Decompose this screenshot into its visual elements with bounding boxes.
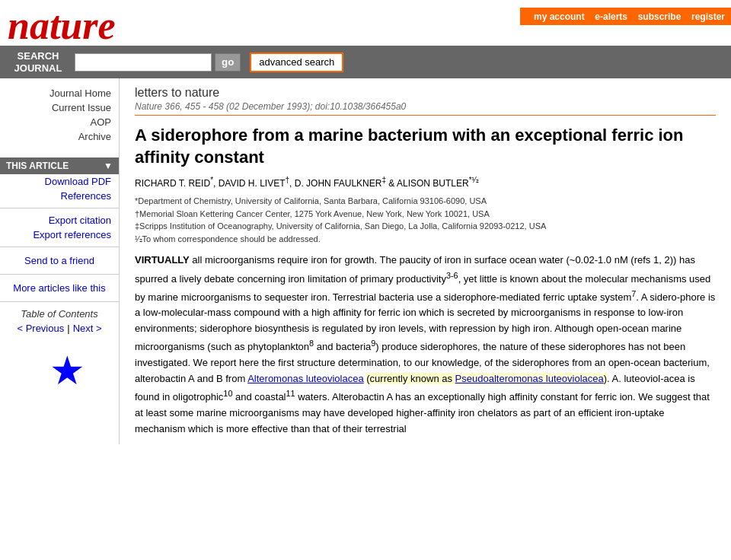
sup10: 10 <box>223 389 232 398</box>
search-input[interactable] <box>75 53 212 72</box>
sidebar-current-issue[interactable]: Current Issue <box>0 100 119 115</box>
citation-line: Nature 366, 455 - 458 (02 December 1993)… <box>135 101 716 116</box>
affiliations: *Department of Chemistry, University of … <box>135 195 716 245</box>
sup8: 8 <box>309 339 314 348</box>
previous-link[interactable]: < Previous <box>17 323 64 334</box>
blue-star-icon: ★ <box>0 336 119 390</box>
sidebar-divider4 <box>0 301 119 302</box>
references-link[interactable]: References <box>0 189 119 203</box>
highlight-text: (currently known as Pseudoalteromonas lu… <box>366 373 607 384</box>
sup4: *¹⁄₂ <box>469 176 479 184</box>
this-article-header: THIS ARTICLE ▼ <box>0 158 119 174</box>
go-button[interactable]: go <box>215 53 241 72</box>
next-link[interactable]: Next > <box>73 323 102 334</box>
export-references-link[interactable]: Export references <box>0 228 119 242</box>
sidebar-divider3 <box>0 274 119 275</box>
affiliation-3: ‡Scripps Institution of Oceanography, Un… <box>135 220 716 233</box>
subscribe-link[interactable]: subscribe <box>638 11 682 22</box>
top-nav: my account e-alerts subscribe register <box>520 8 731 25</box>
citation-text: Nature 366, 455 - 458 (02 December 1993)… <box>135 101 406 112</box>
affiliation-2: †Memorial Sloan Kettering Cancer Center,… <box>135 208 716 221</box>
more-articles-link[interactable]: More articles like this <box>0 279 119 297</box>
abstract-text: VIRTUALLY all microorganisms require iro… <box>135 253 716 437</box>
search-label: SEARCH JOURNAL <box>8 50 69 74</box>
sup9: 9 <box>371 339 375 348</box>
main-layout: Journal Home Current Issue AOP Archive T… <box>0 78 731 444</box>
sidebar-archive[interactable]: Archive <box>0 129 119 144</box>
sidebar-divider <box>0 208 119 208</box>
sup11: 11 <box>286 389 295 398</box>
alteromonas-link[interactable]: Alteromonas luteoviolacea <box>247 373 363 384</box>
prev-next: < Previous | Next > <box>0 321 119 336</box>
authors: RICHARD T. REID*, DAVID H. LIVET†, D. JO… <box>135 176 716 189</box>
sidebar-divider2 <box>0 247 119 247</box>
header: nature my account e-alerts subscribe reg… <box>0 0 731 46</box>
article-title: A siderophore from a marine bacterium wi… <box>135 125 716 168</box>
advanced-search-button[interactable]: advanced search <box>250 52 343 72</box>
sup3-6: 3-6 <box>446 270 458 279</box>
affiliation-4: ¹⁄₂To whom correspondence should be addr… <box>135 233 716 246</box>
affiliation-1: *Department of Chemistry, University of … <box>135 195 716 208</box>
export-citation-link[interactable]: Export citation <box>0 213 119 228</box>
register-link[interactable]: register <box>691 11 725 22</box>
sidebar-journal-home[interactable]: Journal Home <box>0 86 119 100</box>
sup2: † <box>286 176 290 184</box>
sup1: * <box>210 176 213 184</box>
table-of-contents: Table of Contents <box>0 307 119 321</box>
sidebar: Journal Home Current Issue AOP Archive T… <box>0 78 120 444</box>
e-alerts-link[interactable]: e-alerts <box>595 11 627 22</box>
send-to-friend-link[interactable]: Send to a friend <box>0 252 119 269</box>
pseudoalteromonas-link[interactable]: Pseudoalteromonas luteoviolacea <box>455 373 604 384</box>
main-content: letters to nature Nature 366, 455 - 458 … <box>120 78 731 444</box>
abstract-opening: VIRTUALLY <box>135 254 190 266</box>
dropdown-arrow-icon: ▼ <box>104 161 113 171</box>
abstract-part1: all microorganisms require iron for grow… <box>135 254 715 434</box>
sup7: 7 <box>631 288 636 298</box>
download-pdf-link[interactable]: Download PDF <box>0 174 119 189</box>
sidebar-nav: Journal Home Current Issue AOP Archive <box>0 78 119 151</box>
sup3: ‡ <box>381 176 386 184</box>
author-list: RICHARD T. REID*, DAVID H. LIVET†, D. JO… <box>135 178 479 189</box>
sidebar-aop[interactable]: AOP <box>0 115 119 129</box>
section-heading: letters to nature <box>135 86 716 100</box>
my-account-link[interactable]: my account <box>534 11 585 22</box>
search-bar: SEARCH JOURNAL go advanced search <box>0 46 731 78</box>
